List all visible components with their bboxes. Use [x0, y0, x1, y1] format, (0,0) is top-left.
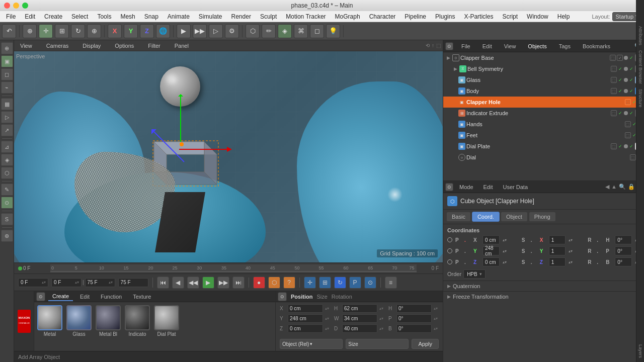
menu-file[interactable]: File [2, 12, 20, 21]
menu-simulate[interactable]: Simulate [195, 12, 226, 21]
left-tool-11[interactable]: ✎ [1, 184, 13, 196]
tree-item-bellsymmetry[interactable]: ▶ ⧖ Bell Symmetry ⬚ ✓ ✓ [443, 63, 644, 74]
size-w-arrow[interactable]: ▴▾ [379, 316, 384, 321]
prop-py-input[interactable]: 248 cm [482, 246, 500, 255]
size-d-field[interactable]: 40 cm [342, 324, 377, 333]
expand-icon[interactable]: ▶ [452, 66, 458, 72]
viewport-display-menu[interactable]: Display [78, 42, 105, 50]
vis-icon-e[interactable]: ⬚ [625, 132, 631, 138]
size-select[interactable]: Size [346, 339, 409, 349]
goto-end-button[interactable]: ⏭ [232, 277, 245, 289]
world-space-button[interactable]: 🌐 [156, 24, 170, 38]
tree-item-dial[interactable]: ○ Dial ⬚ ✓ [443, 152, 644, 163]
left-tool-9[interactable]: ◈ [1, 154, 13, 166]
undo-button[interactable]: ↶ [2, 24, 16, 38]
render-settings-button[interactable]: ⚙ [225, 24, 239, 38]
order-value[interactable]: HPB ▾ [463, 269, 486, 279]
viewport-cameras-menu[interactable]: Cameras [42, 42, 73, 50]
material-item-indicator[interactable]: Indicato [125, 305, 150, 337]
size-h-arrow[interactable]: ▴▾ [379, 306, 384, 311]
left-tool-12[interactable]: ⊙ [1, 197, 13, 209]
rot-b-arrow[interactable]: ▴▾ [434, 326, 439, 331]
menu-snap[interactable]: Snap [140, 12, 163, 21]
viewport-filter-menu[interactable]: Filter [144, 42, 164, 50]
tree-item-feet[interactable]: ▣ Feet ⬚ ✓ [443, 130, 644, 141]
keyframe-button[interactable]: ⬡ [268, 277, 280, 289]
point-anim-button[interactable]: ⊙ [364, 277, 376, 289]
sidebar-label-attributes[interactable]: Attributes [637, 40, 643, 47]
menu-character[interactable]: Character [365, 12, 400, 21]
material-item-dial[interactable]: Dial Plat [154, 305, 179, 337]
rotate-anim-button[interactable]: ↻ [334, 277, 346, 289]
props-search-button[interactable]: 🔍 [619, 184, 626, 190]
material-item-metal[interactable]: Metal [37, 305, 62, 337]
left-tool-6[interactable]: ▷ [1, 111, 13, 123]
frame-button[interactable]: ▶ [177, 24, 191, 38]
pos-x-field[interactable]: 0 cm [288, 304, 323, 313]
rot-b-field[interactable]: 0° [396, 324, 432, 333]
step-forward-button[interactable]: ▶▶ [217, 277, 229, 289]
autokey-button[interactable]: ? [283, 277, 295, 289]
size-h-field[interactable]: 62 cm [342, 304, 377, 313]
obj-tab-tags[interactable]: Tags [555, 42, 575, 50]
move-anim-button[interactable]: ✛ [304, 277, 316, 289]
vis-icon-e[interactable]: ⬚ [611, 88, 617, 94]
sidebar-label-layers[interactable]: Layers [637, 342, 643, 360]
prop-sz-input[interactable]: 1 [549, 257, 566, 266]
scale-tool-button[interactable]: ⊞ [55, 24, 69, 38]
prop-rb-input[interactable]: 0° [615, 257, 632, 266]
timeline-track[interactable]: 0 5 10 15 20 25 30 35 40 45 50 55 60 65 [50, 264, 417, 273]
props-tab-mode[interactable]: Mode [455, 183, 477, 191]
prop-px-input[interactable]: 0 cm [482, 235, 500, 244]
view-cube-button[interactable]: ⬡ [246, 24, 260, 38]
render-button[interactable]: ▶▶ [193, 24, 207, 38]
pos-z-arrow[interactable]: ▴▾ [325, 326, 330, 331]
prop-sy-arrow[interactable]: ▴▾ [568, 248, 574, 254]
left-tool-5[interactable]: ▦ [1, 98, 13, 110]
vis-icon-e[interactable]: ⬚ [625, 99, 631, 105]
size-d-arrow[interactable]: ▴▾ [379, 326, 384, 331]
menu-window[interactable]: Window [523, 12, 552, 21]
left-tool-14[interactable]: ⊛ [1, 230, 13, 242]
transform-button[interactable]: ⊕ [87, 24, 101, 38]
menu-pipeline[interactable]: Pipeline [400, 12, 430, 21]
tree-item-hands[interactable]: ▣ Hands ⬚ ✓ [443, 119, 644, 130]
coord-position-tab[interactable]: Position [291, 294, 312, 300]
z-axis-button[interactable]: Z [140, 24, 154, 38]
tree-item-clapperhole[interactable]: ▣ Clapper Hole ⬚ ✓ [443, 97, 644, 108]
viewport-panel-menu[interactable]: Panel [171, 42, 193, 50]
menu-mograph[interactable]: MoGraph [331, 12, 364, 21]
left-tool-8[interactable]: ⊿ [1, 141, 13, 153]
menu-edit[interactable]: Edit [21, 12, 39, 21]
pos-z-field[interactable]: 0 cm [288, 324, 323, 333]
render-region-button[interactable]: ▷ [209, 24, 223, 38]
vis-icon-e[interactable]: ⬚ [625, 121, 631, 127]
viewport-view-menu[interactable]: View [16, 42, 36, 50]
menu-script[interactable]: Script [498, 12, 522, 21]
prop-px-arrow[interactable]: ▴▾ [502, 237, 508, 243]
mat-tab-function[interactable]: Function [97, 293, 126, 301]
play-back-button[interactable]: ◀◀ [187, 277, 199, 289]
prop-sx-input[interactable]: 1 [549, 235, 566, 244]
vis-icon-e[interactable]: ⬚ [611, 66, 617, 72]
left-tool-4[interactable]: ⌁ [1, 81, 13, 94]
light-button[interactable]: 💡 [326, 24, 340, 38]
tree-item-body[interactable]: ▣ Body ⬚ ✓ ✓ [443, 85, 644, 97]
close-button[interactable] [4, 3, 10, 9]
tree-item-glass[interactable]: ▣ Glass ⬚ ✓ ✓ [443, 74, 644, 85]
x-axis-button[interactable]: X [108, 24, 122, 38]
select-tool-button[interactable]: ⊕ [23, 24, 37, 38]
move-tool-button[interactable]: ✛ [39, 24, 53, 38]
menu-select[interactable]: Select [67, 12, 92, 21]
vis-icon-e[interactable]: ⬚ [611, 77, 617, 83]
fps-field[interactable]: 75 F [118, 278, 148, 287]
play-button[interactable]: ▶ [202, 277, 214, 289]
left-tool-2[interactable]: ▣ [1, 55, 13, 67]
ptab-object[interactable]: Object [501, 212, 528, 222]
viewport-options-menu[interactable]: Options [111, 42, 138, 50]
menu-mesh[interactable]: Mesh [116, 12, 139, 21]
menu-tools[interactable]: Tools [93, 12, 115, 21]
vis-icon-e[interactable]: ⬚ [630, 154, 636, 160]
obj-tab-bookmarks[interactable]: Bookmarks [579, 42, 614, 50]
vis-icon-editor[interactable]: ⬚ [610, 55, 616, 61]
